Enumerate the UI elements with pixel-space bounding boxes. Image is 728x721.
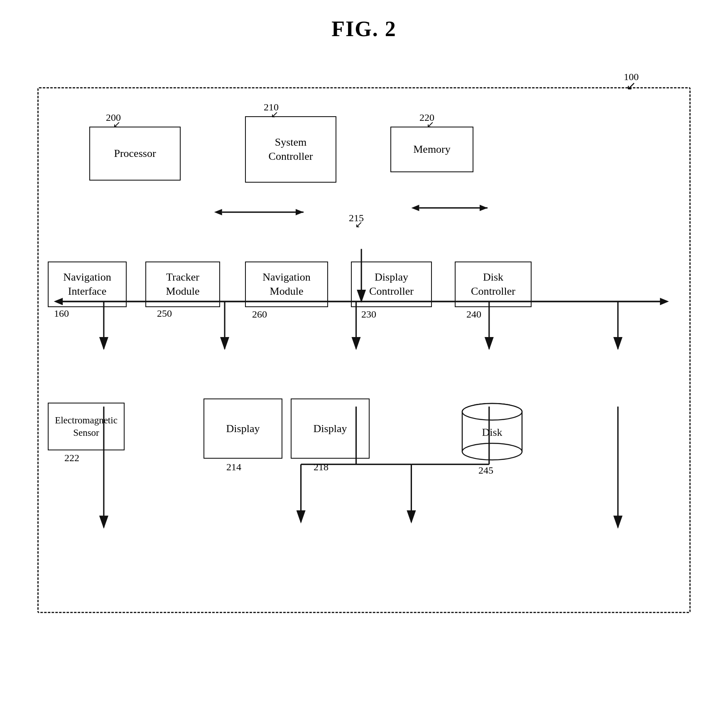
ref-215-arrow: ↙: [355, 219, 363, 230]
ref-218: 218: [314, 462, 328, 473]
nav-interface-label: Navigation Interface: [63, 270, 111, 298]
em-sensor-label: Electromagnetic Sensor: [55, 414, 118, 439]
ref-220-arrow: ↙: [427, 119, 434, 130]
display-controller-label: Display Controller: [369, 270, 414, 298]
system-controller-label: System Controller: [269, 135, 313, 164]
disk-shape: Disk: [459, 403, 525, 461]
svg-point-4: [462, 443, 522, 460]
ref-245: 245: [478, 465, 493, 476]
ref-250: 250: [157, 308, 172, 319]
ref-222: 222: [64, 452, 79, 464]
display1-box: Display: [203, 398, 282, 459]
processor-box: Processor: [89, 127, 181, 181]
nav-module-box: Navigation Module: [245, 262, 328, 307]
ref-230: 230: [361, 309, 376, 320]
display2-box: Display: [291, 398, 370, 459]
ref-200-arrow: ↙: [113, 119, 120, 130]
display1-label: Display: [226, 422, 260, 436]
ref-260: 260: [252, 309, 267, 320]
svg-point-5: [462, 403, 522, 420]
nav-interface-box: Navigation Interface: [48, 262, 127, 307]
processor-label: Processor: [114, 147, 156, 161]
ref-100-curve: ↙: [626, 79, 636, 93]
ref-160: 160: [54, 308, 69, 319]
memory-label: Memory: [413, 142, 451, 156]
em-sensor-box: Electromagnetic Sensor: [48, 403, 125, 450]
display2-label: Display: [314, 422, 347, 436]
system-controller-box: System Controller: [245, 116, 336, 183]
disk-controller-box: Disk Controller: [455, 262, 532, 307]
tracker-module-label: Tracker Module: [166, 270, 200, 298]
fig-title: FIG. 2: [0, 0, 728, 41]
disk-controller-label: Disk Controller: [471, 270, 515, 298]
memory-box: Memory: [390, 127, 473, 172]
svg-text:Disk: Disk: [482, 426, 502, 438]
nav-module-label: Navigation Module: [262, 270, 311, 298]
ref-214: 214: [226, 462, 241, 473]
display-controller-box: Display Controller: [351, 262, 432, 307]
ref-240: 240: [466, 309, 481, 320]
ref-210-arrow: ↙: [271, 109, 278, 120]
tracker-module-box: Tracker Module: [145, 262, 220, 307]
